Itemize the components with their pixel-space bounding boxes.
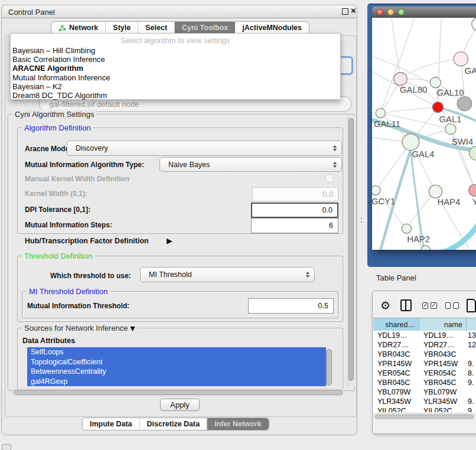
sources-title[interactable]: Sources for Network Inference ▼ [22, 324, 138, 332]
table-cell: YBR045C [419, 379, 467, 387]
network-node-gal11[interactable] [376, 109, 385, 118]
network-canvas[interactable]: GAL2GAL80GAL10GAL11GAL1SWI4GAL4GCY1HAP4Y… [372, 18, 476, 250]
network-node-gal4[interactable] [402, 134, 419, 151]
which-threshold-select[interactable]: MI Threshold [140, 267, 315, 282]
network-node-gcy1[interactable] [372, 185, 380, 195]
aracne-mode-value: Discovery [76, 144, 108, 152]
minimize-traffic-light-icon[interactable] [387, 9, 394, 15]
column-header-1[interactable]: name [419, 318, 467, 331]
table-row[interactable]: YBR045CYBR045C9. [373, 378, 476, 387]
attribute-option-gal4rgexp[interactable]: gal4RGexp [27, 377, 326, 387]
uncheck-all-icon[interactable] [445, 302, 451, 309]
attribute-option-selfloops[interactable]: SelfLoops [27, 347, 326, 357]
scrollbar-thumb[interactable] [14, 390, 343, 395]
attribute-list-scrollbar[interactable] [326, 349, 332, 386]
data-attributes-list[interactable]: SelfLoopsTopologicalCoefficientBetweenne… [27, 347, 326, 386]
table-row[interactable]: YPR145WYPR145W9. [373, 359, 476, 369]
node-label-gal4: GAL4 [412, 150, 435, 159]
scrollbar-thumb[interactable] [348, 118, 354, 381]
algorithm-option-basic-correlation-inference[interactable]: Basic Correlation Inference [11, 55, 340, 64]
table-cell: YDR27… [373, 341, 419, 349]
check-all-icon[interactable]: ✓ [431, 302, 436, 309]
table-horizontal-scrollbar[interactable] [374, 413, 475, 420]
minimized-panel-button[interactable] [2, 444, 11, 450]
settings-vertical-scrollbar[interactable] [347, 116, 355, 387]
network-node-red-node[interactable] [432, 102, 443, 113]
table-row[interactable]: YER054CYER054C8. [373, 369, 476, 378]
table-row[interactable]: YBR043CYBR043C [373, 350, 476, 359]
collapsed-arrow-icon[interactable]: ▶ [167, 236, 172, 245]
close-traffic-light-icon[interactable] [377, 9, 383, 15]
check-all-icon[interactable]: ✓ [422, 302, 428, 309]
algorithm-option-bayesian-k2[interactable]: Bayesian – K2 [11, 82, 340, 91]
kernel-width-input[interactable]: 0.0 [252, 187, 338, 201]
network-node-gal10[interactable] [430, 77, 441, 88]
table-row[interactable]: YDL19…YDL19…13 [373, 331, 476, 340]
float-window-icon[interactable] [342, 8, 348, 15]
algorithm-option-aracne-algorithm[interactable]: ARACNE Algorithm [11, 64, 340, 73]
settings-horizontal-scrollbar[interactable] [12, 389, 345, 396]
algorithm-option-dream8-dc-tdc-algorithm[interactable]: Dream8 DC_TDC Algorithm [11, 91, 340, 100]
table-row[interactable]: YBL079WYBL079W [373, 387, 476, 397]
uncheck-all-icon[interactable] [453, 302, 458, 309]
mi-steps-input[interactable]: 6 [251, 218, 338, 233]
apply-button[interactable]: Apply [160, 399, 200, 411]
manual-kernel-width-checkbox[interactable] [325, 174, 334, 182]
network-window-titlebar[interactable] [372, 6, 476, 18]
tab-jactivemnodules[interactable]: jActiveMNodules [235, 22, 309, 34]
tab-cyni-toolbox[interactable]: Cyni Toolbox [175, 22, 235, 34]
table-cell: YBR043C [373, 350, 419, 358]
network-node-hap4[interactable] [429, 185, 442, 198]
network-node-y-node[interactable] [469, 184, 476, 196]
network-edge[interactable] [442, 224, 476, 250]
new-document-icon[interactable] [467, 299, 476, 312]
column-header-2[interactable] [467, 318, 476, 331]
tab-label: Style [113, 24, 131, 32]
attribute-option-topologicalcoefficient[interactable]: TopologicalCoefficient [27, 357, 326, 367]
column-header-0[interactable]: shared… [373, 318, 419, 331]
manual-kernel-width-label: Manual Kernel Width Definition [25, 175, 129, 183]
network-node-gal80[interactable] [394, 73, 407, 86]
algorithm-option-bayesian-hill-climbing[interactable]: Bayesian – Hill Climbing [11, 46, 340, 55]
table-cell: YER054C [373, 369, 419, 377]
table-panel-title: Table Panel [376, 273, 416, 282]
split-columns-icon[interactable] [400, 299, 412, 311]
tab-impute-data[interactable]: Impute Data [83, 418, 140, 430]
hub-definition-toggle[interactable]: Hub/Transcription Factor Definition [25, 237, 149, 245]
network-node-gal2[interactable] [454, 52, 468, 66]
data-attributes-label: Data Attributes [22, 337, 75, 345]
zoom-traffic-light-icon[interactable] [398, 9, 405, 15]
tab-select[interactable]: Select [138, 22, 175, 34]
expanded-arrow-icon[interactable]: ▼ [130, 325, 135, 332]
tab-infer-network[interactable]: Infer Network [207, 418, 269, 430]
algorithm-option-mutual-information-inference[interactable]: Mutual Information Inference [11, 73, 340, 82]
attribute-option-betweennesscentrality[interactable]: BetweennessCentrality [27, 367, 326, 377]
table-row[interactable]: YIL052CYIL052C9. [373, 406, 476, 412]
dpi-tolerance-input[interactable]: 0.0 [251, 203, 338, 218]
settings-gear-icon[interactable]: ⚙ [380, 300, 390, 311]
network-graph[interactable]: GAL2GAL80GAL10GAL11GAL1SWI4GAL4GCY1HAP4Y… [372, 18, 476, 250]
tab-style[interactable]: Style [106, 22, 138, 34]
network-node-gray-node[interactable] [457, 97, 472, 111]
tab-discretize-data[interactable]: Discretize Data [140, 418, 208, 430]
network-edge[interactable] [380, 18, 414, 113]
mi-algorithm-type-select[interactable]: Naive Bayes [159, 157, 342, 172]
network-edge[interactable] [380, 107, 438, 113]
network-window[interactable]: GAL2GAL80GAL10GAL11GAL1SWI4GAL4GCY1HAP4Y… [372, 6, 476, 250]
network-edge[interactable] [400, 59, 461, 79]
table-row[interactable]: YLR345WYLR345W9. [373, 397, 476, 406]
network-node-partial-top[interactable] [472, 18, 476, 31]
scrollbar-thumb[interactable] [375, 415, 474, 419]
network-node-gal1[interactable] [445, 124, 456, 135]
table-cell: YDL19… [373, 331, 419, 340]
tab-network[interactable]: Network [51, 22, 106, 34]
table-row[interactable]: YDR27…YDR27…12 [373, 340, 476, 350]
close-icon[interactable]: × [351, 5, 356, 15]
split-divider-handle[interactable] [360, 217, 363, 224]
which-threshold-value: MI Threshold [149, 270, 192, 279]
mi-threshold-input[interactable]: 0.5 [248, 298, 334, 314]
network-edge[interactable] [406, 191, 435, 229]
table-cell: YBR043C [419, 350, 467, 358]
aracne-mode-select[interactable]: Discovery [67, 141, 342, 156]
network-node-hap2[interactable] [402, 224, 411, 233]
